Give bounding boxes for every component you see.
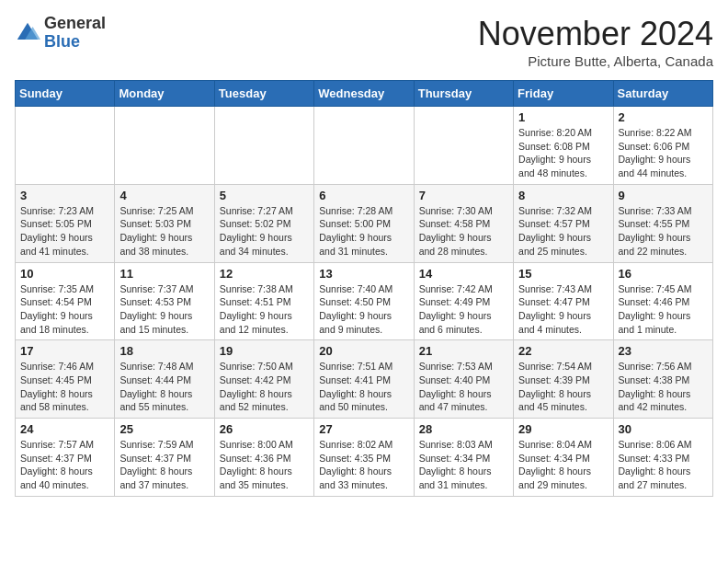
day-number: 23 [619,344,708,358]
calendar-cell: 19Sunrise: 7:50 AM Sunset: 4:42 PM Dayli… [214,340,313,419]
calendar-cell: 11Sunrise: 7:37 AM Sunset: 4:53 PM Dayli… [115,262,214,340]
day-number: 9 [619,189,708,202]
calendar-cell: 22Sunrise: 7:54 AM Sunset: 4:39 PM Dayli… [514,340,613,419]
calendar-cell: 21Sunrise: 7:53 AM Sunset: 4:40 PM Dayli… [414,340,513,419]
calendar-week: 1Sunrise: 8:20 AM Sunset: 6:08 PM Daylig… [16,107,713,185]
calendar-cell: 15Sunrise: 7:43 AM Sunset: 4:47 PM Dayli… [514,262,613,340]
day-info: Sunrise: 7:51 AM Sunset: 4:41 PM Dayligh… [319,360,408,414]
day-number: 16 [619,267,708,281]
calendar-cell: 14Sunrise: 7:42 AM Sunset: 4:49 PM Dayli… [414,262,513,340]
day-number: 11 [119,267,209,281]
day-info: Sunrise: 7:40 AM Sunset: 4:50 PM Dayligh… [319,282,408,337]
calendar-header: SundayMondayTuesdayWednesdayThursdayFrid… [16,81,713,107]
day-number: 8 [518,189,608,202]
day-number: 13 [319,267,408,281]
calendar-cell: 7Sunrise: 7:30 AM Sunset: 4:58 PM Daylig… [414,184,513,262]
day-number: 7 [419,189,508,202]
day-info: Sunrise: 7:37 AM Sunset: 4:53 PM Dayligh… [119,282,209,337]
day-info: Sunrise: 7:33 AM Sunset: 4:55 PM Dayligh… [619,204,708,259]
calendar-cell: 2Sunrise: 8:22 AM Sunset: 6:06 PM Daylig… [613,107,712,185]
calendar-cell: 24Sunrise: 7:57 AM Sunset: 4:37 PM Dayli… [16,419,115,497]
calendar-cell: 18Sunrise: 7:48 AM Sunset: 4:44 PM Dayli… [115,340,214,419]
day-number: 14 [419,267,508,281]
calendar-cell: 27Sunrise: 8:02 AM Sunset: 4:35 PM Dayli… [314,419,414,497]
day-info: Sunrise: 7:27 AM Sunset: 5:02 PM Dayligh… [220,204,309,259]
day-info: Sunrise: 7:48 AM Sunset: 4:44 PM Dayligh… [119,360,209,414]
day-number: 24 [20,422,109,436]
day-info: Sunrise: 7:54 AM Sunset: 4:39 PM Dayligh… [518,360,608,414]
calendar-cell: 25Sunrise: 7:59 AM Sunset: 4:37 PM Dayli… [115,419,214,497]
day-info: Sunrise: 7:32 AM Sunset: 4:57 PM Dayligh… [518,204,608,259]
day-info: Sunrise: 7:57 AM Sunset: 4:37 PM Dayligh… [20,438,109,492]
logo-text: General Blue [44,15,106,52]
logo: General Blue [15,15,106,52]
calendar-cell [414,107,513,185]
calendar-week: 24Sunrise: 7:57 AM Sunset: 4:37 PM Dayli… [16,419,713,497]
day-info: Sunrise: 8:02 AM Sunset: 4:35 PM Dayligh… [319,438,408,492]
day-number: 18 [119,344,209,358]
day-number: 6 [319,189,408,202]
weekday-header: Monday [115,81,214,107]
day-info: Sunrise: 8:03 AM Sunset: 4:34 PM Dayligh… [419,438,508,492]
weekday-header: Saturday [613,81,712,107]
weekday-header: Thursday [414,81,513,107]
day-number: 29 [518,422,608,436]
day-number: 1 [518,110,608,124]
day-info: Sunrise: 8:06 AM Sunset: 4:33 PM Dayligh… [619,438,708,492]
day-info: Sunrise: 7:56 AM Sunset: 4:38 PM Dayligh… [619,360,708,414]
day-info: Sunrise: 7:53 AM Sunset: 4:40 PM Dayligh… [419,360,508,414]
weekday-header: Wednesday [314,81,414,107]
calendar-cell: 30Sunrise: 8:06 AM Sunset: 4:33 PM Dayli… [613,419,712,497]
day-number: 21 [419,344,508,358]
calendar-cell: 20Sunrise: 7:51 AM Sunset: 4:41 PM Dayli… [314,340,414,419]
calendar-body: 1Sunrise: 8:20 AM Sunset: 6:08 PM Daylig… [16,107,713,497]
calendar-cell [214,107,313,185]
day-number: 10 [20,267,109,281]
calendar-cell [314,107,414,185]
calendar-week: 17Sunrise: 7:46 AM Sunset: 4:45 PM Dayli… [16,340,713,419]
day-info: Sunrise: 7:46 AM Sunset: 4:45 PM Dayligh… [20,360,109,414]
day-number: 3 [20,189,109,202]
day-number: 15 [518,267,608,281]
logo-icon [15,20,40,46]
day-info: Sunrise: 7:38 AM Sunset: 4:51 PM Dayligh… [220,282,309,337]
calendar-cell [16,107,115,185]
calendar-table: SundayMondayTuesdayWednesdayThursdayFrid… [15,80,713,497]
day-number: 5 [220,189,309,202]
calendar-cell: 6Sunrise: 7:28 AM Sunset: 5:00 PM Daylig… [314,184,414,262]
day-info: Sunrise: 7:23 AM Sunset: 5:05 PM Dayligh… [20,204,109,259]
calendar-cell: 17Sunrise: 7:46 AM Sunset: 4:45 PM Dayli… [16,340,115,419]
calendar-cell: 9Sunrise: 7:33 AM Sunset: 4:55 PM Daylig… [613,184,712,262]
calendar-cell: 8Sunrise: 7:32 AM Sunset: 4:57 PM Daylig… [514,184,613,262]
day-info: Sunrise: 7:35 AM Sunset: 4:54 PM Dayligh… [20,282,109,337]
weekday-header: Sunday [16,81,115,107]
day-info: Sunrise: 8:04 AM Sunset: 4:34 PM Dayligh… [518,438,608,492]
day-number: 30 [619,422,708,436]
day-info: Sunrise: 7:25 AM Sunset: 5:03 PM Dayligh… [119,204,209,259]
day-info: Sunrise: 7:28 AM Sunset: 5:00 PM Dayligh… [319,204,408,259]
day-info: Sunrise: 7:59 AM Sunset: 4:37 PM Dayligh… [119,438,209,492]
calendar-cell: 3Sunrise: 7:23 AM Sunset: 5:05 PM Daylig… [16,184,115,262]
day-number: 26 [220,422,309,436]
day-number: 27 [319,422,408,436]
day-info: Sunrise: 8:22 AM Sunset: 6:06 PM Dayligh… [619,126,708,180]
day-number: 28 [419,422,508,436]
calendar-cell: 23Sunrise: 7:56 AM Sunset: 4:38 PM Dayli… [613,340,712,419]
day-info: Sunrise: 7:42 AM Sunset: 4:49 PM Dayligh… [419,282,508,337]
day-number: 2 [619,110,708,124]
calendar-cell: 28Sunrise: 8:03 AM Sunset: 4:34 PM Dayli… [414,419,513,497]
day-info: Sunrise: 7:45 AM Sunset: 4:46 PM Dayligh… [619,282,708,337]
day-info: Sunrise: 7:50 AM Sunset: 4:42 PM Dayligh… [220,360,309,414]
calendar-week: 3Sunrise: 7:23 AM Sunset: 5:05 PM Daylig… [16,184,713,262]
day-info: Sunrise: 7:30 AM Sunset: 4:58 PM Dayligh… [419,204,508,259]
title-area: November 2024 Picture Butte, Alberta, Ca… [478,15,713,69]
day-info: Sunrise: 8:00 AM Sunset: 4:36 PM Dayligh… [220,438,309,492]
month-title: November 2024 [478,15,713,53]
calendar-cell: 26Sunrise: 8:00 AM Sunset: 4:36 PM Dayli… [214,419,313,497]
calendar-cell: 5Sunrise: 7:27 AM Sunset: 5:02 PM Daylig… [214,184,313,262]
calendar-cell [115,107,214,185]
weekday-header: Friday [514,81,613,107]
calendar-week: 10Sunrise: 7:35 AM Sunset: 4:54 PM Dayli… [16,262,713,340]
day-info: Sunrise: 7:43 AM Sunset: 4:47 PM Dayligh… [518,282,608,337]
day-number: 12 [220,267,309,281]
